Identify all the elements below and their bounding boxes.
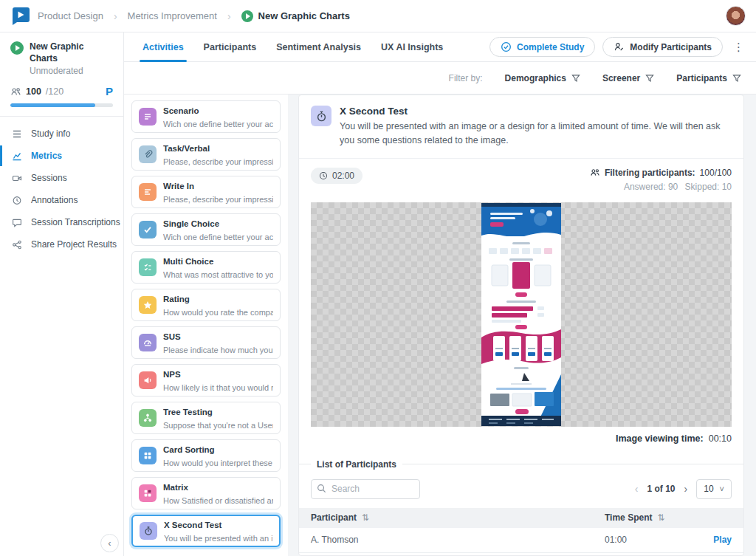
- tab-label: Participants: [204, 42, 257, 52]
- tab-participants[interactable]: Participants: [204, 32, 257, 61]
- tab-sentiment-analysis[interactable]: Sentiment Analysis: [276, 32, 361, 61]
- activity-title: Rating: [163, 295, 190, 303]
- filtering-label: Filtering participants:: [605, 168, 695, 178]
- pagination: ‹ 1 of 10 › 10 ˅: [635, 479, 732, 499]
- filter-demographics[interactable]: Demographics: [505, 73, 580, 83]
- page-size-select[interactable]: 10 ˅: [696, 479, 732, 499]
- activity-card-matrix[interactable]: MatrixHow Satisfied or dissatisfied are …: [131, 477, 281, 509]
- progress-bar: [10, 103, 113, 107]
- sort-icon[interactable]: ⇅: [657, 512, 664, 523]
- activity-desc: Wich one define better your actual...: [163, 120, 273, 128]
- sidebar-item-study-info[interactable]: Study info: [0, 123, 123, 145]
- activity-desc: How would you rate the company's...: [163, 308, 273, 317]
- filter-bar: Filter by: Demographics Screener Partici…: [124, 62, 756, 95]
- activity-card-sus[interactable]: SUSPlease indicate how much you agre...: [131, 326, 281, 359]
- activity-card-nps[interactable]: NPSHow likely is it that you would reco.…: [131, 364, 281, 397]
- more-options-button[interactable]: ⋮: [730, 41, 747, 54]
- filter-label: Screener: [602, 73, 640, 83]
- activity-card-multi-choice[interactable]: Multi ChoiceWhat was most attractive to …: [131, 251, 281, 284]
- sidebar-item-metrics[interactable]: Metrics: [0, 145, 123, 167]
- viewing-time-label: Image viewing time:: [616, 433, 704, 444]
- kebab-icon: ⋮: [733, 41, 744, 53]
- users-icon: [10, 86, 21, 97]
- paperclip-icon: [139, 145, 157, 163]
- breadcrumb-current-label: New Graphic Charts: [258, 10, 350, 21]
- tree-icon: [139, 409, 157, 427]
- activity-detail-panel: X Second Test You will be presented with…: [298, 95, 744, 556]
- activity-card-task-verbal[interactable]: Task/VerbalPlease, describe your impress…: [131, 138, 281, 171]
- sidebar-item-annotations[interactable]: Annotations: [0, 189, 123, 211]
- sidebar-item-share-project-results[interactable]: Share Project Results: [0, 233, 123, 255]
- search-box: [311, 479, 420, 499]
- activity-desc: You will be presented with an image...: [164, 534, 272, 543]
- write-icon: [139, 183, 157, 201]
- video-camera-icon: [11, 174, 22, 183]
- activity-card-rating[interactable]: RatingHow would you rate the company's..…: [131, 289, 281, 321]
- list-icon: [11, 129, 22, 139]
- play-link[interactable]: Play: [693, 535, 732, 545]
- tab-label: UX AI Insights: [381, 42, 443, 52]
- filtering-participants: Filtering participants: 100/100: [590, 168, 732, 178]
- sidebar-item-sessions[interactable]: Sessions: [0, 167, 123, 189]
- participants-controls: ‹ 1 of 10 › 10 ˅: [311, 479, 732, 499]
- filtering-value: 100/100: [700, 168, 732, 178]
- activities-list: ScenarioWich one define better your actu…: [124, 95, 288, 556]
- breadcrumb-current[interactable]: New Graphic Charts: [241, 10, 350, 22]
- divider: [299, 464, 311, 464]
- sort-icon[interactable]: ⇅: [362, 512, 369, 523]
- complete-study-button[interactable]: Complete Study: [489, 37, 595, 57]
- sidebar-item-session-transcriptions[interactable]: Session Transcriptions: [0, 211, 123, 233]
- tab-bar: Activities Participants Sentiment Analys…: [142, 32, 443, 61]
- activity-desc: Please, describe your impressions a...: [163, 195, 273, 204]
- sidebar-item-label: Sessions: [31, 173, 67, 183]
- filter-screener[interactable]: Screener: [602, 73, 654, 83]
- activity-title: Matrix: [163, 483, 188, 492]
- activity-card-scenario[interactable]: ScenarioWich one define better your actu…: [131, 100, 281, 133]
- activity-card-single-choice[interactable]: Single ChoiceWich one define better your…: [131, 213, 281, 246]
- chevron-down-icon: ˅: [720, 484, 724, 493]
- activity-card-x-second-test[interactable]: X Second TestYou will be presented with …: [131, 515, 281, 547]
- tab-label: Sentiment Analysis: [276, 42, 361, 52]
- header-actions: Complete Study Modify Participants ⋮: [489, 37, 756, 57]
- detail-description: You will be presented with an image or a…: [340, 120, 732, 148]
- next-page-button[interactable]: ›: [684, 483, 688, 495]
- breadcrumb-project[interactable]: Product Design: [38, 10, 103, 21]
- check-circle-icon: [501, 41, 512, 52]
- activity-desc: How Satisfied or dissatisfied are yo...: [163, 496, 273, 505]
- activity-card-tree-testing[interactable]: Tree TestingSuppose that you're not a Us…: [131, 402, 281, 434]
- sidebar-menu: Study info Metrics Sessions: [0, 117, 123, 255]
- tab-activities[interactable]: Activities: [142, 32, 184, 61]
- filter-participants[interactable]: Participants: [676, 73, 741, 83]
- clock-icon: [319, 171, 328, 180]
- previous-page-button[interactable]: ‹: [635, 483, 639, 495]
- activity-desc: Wich one define better your actual...: [163, 233, 273, 241]
- activity-title: SUS: [163, 332, 181, 341]
- table-header: Participant ⇅ Time Spent ⇅: [299, 508, 743, 528]
- sidebar-collapse-button[interactable]: ‹: [100, 534, 119, 552]
- preview-image[interactable]: [481, 203, 561, 426]
- users-icon: [590, 168, 600, 177]
- time-spent-value: 01:00: [605, 535, 693, 545]
- tab-ux-ai-insights[interactable]: UX AI Insights: [381, 32, 443, 61]
- study-play-icon: [10, 41, 24, 55]
- sidebar: New Graphic Charts Unmoderated 100 /120 …: [0, 32, 124, 556]
- clock-icon: [11, 196, 22, 205]
- stopwatch-icon: [311, 106, 331, 126]
- funnel-icon: [571, 74, 580, 83]
- stopwatch-icon: [140, 522, 157, 540]
- app-logo[interactable]: [10, 7, 30, 26]
- activity-card-write-in[interactable]: Write InPlease, describe your impression…: [131, 176, 281, 208]
- activity-title: Single Choice: [163, 219, 219, 228]
- gauge-icon: [139, 334, 157, 351]
- activity-card-card-sorting[interactable]: Card SortingHow would you interpret thes…: [131, 439, 281, 472]
- breadcrumb-folder[interactable]: Metrics Improvement: [128, 10, 217, 21]
- modify-participants-button[interactable]: Modify Participants: [602, 37, 723, 57]
- detail-meta: 02:00 Filtering participants: 100/100 An…: [299, 159, 743, 192]
- matrix-grid-icon: [139, 484, 157, 502]
- complete-study-label: Complete Study: [517, 42, 584, 52]
- search-input[interactable]: [311, 479, 420, 499]
- activity-desc: Suppose that you're not a Userlytics...: [163, 421, 273, 430]
- participants-section-title: List of Participants: [317, 459, 396, 470]
- user-avatar[interactable]: [726, 6, 746, 26]
- divider: [402, 464, 743, 464]
